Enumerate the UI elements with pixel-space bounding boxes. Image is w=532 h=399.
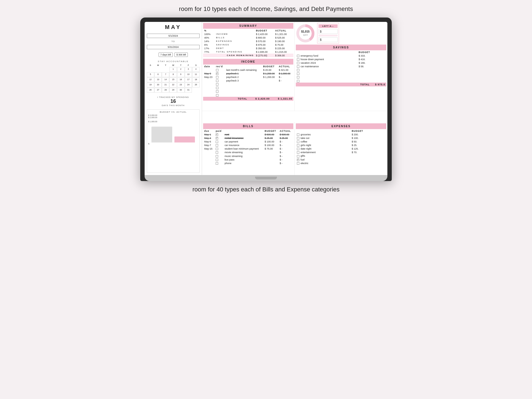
bills-budget-insurance: $ 25.00: [264, 136, 279, 140]
income-check-p1[interactable]: [216, 72, 218, 75]
savings-row-e4: [296, 79, 386, 83]
exp-check-entertainment[interactable]: [297, 151, 299, 154]
summary-pct-debt: 17%: [203, 46, 215, 50]
exp-check-girlsnight[interactable]: [297, 144, 299, 147]
income-label-p3: paycheck 3: [225, 79, 262, 82]
bva-title: BUDGET VS. ACTUAL: [148, 111, 198, 113]
bills-due-rent: May-1: [203, 133, 215, 136]
income-label-p2: paycheck 2: [225, 75, 262, 79]
exp-budget-groceries: $ 200.: [350, 133, 386, 136]
bills-actual-phone: $ -: [279, 161, 293, 165]
income-check-e4[interactable]: [216, 94, 218, 97]
left-panel: MAY 5/1/2024 TO 5/31/2024 7 days left $ …: [145, 22, 202, 175]
bills-due-car-pay: May-6: [203, 140, 215, 143]
income-label-lastmonth: last month's cash remaining: [225, 68, 262, 72]
expenses-row-entertainment: entertainment $ 70.: [296, 151, 386, 154]
bills-actual-rent: $ 500.00: [279, 133, 293, 136]
bills-paid-movie: [215, 151, 223, 154]
exp-check-coffee[interactable]: [297, 141, 299, 143]
income-budget-lastmonth: $ 20.00: [262, 68, 277, 72]
exp-check-datenight[interactable]: [297, 148, 299, 150]
bills-check-car-ins[interactable]: [216, 144, 218, 147]
bills-label-insurance: rental insurance: [223, 136, 264, 140]
income-budget-p1: $ 1,200.00: [262, 72, 277, 75]
bills-budget-rent: $ 500.00: [264, 133, 279, 136]
svg-text:$1,015: $1,015: [301, 30, 310, 33]
expenses-row-datenight: date night $ 125.: [296, 147, 386, 151]
summary-actual-income: $ 1,321.00: [274, 32, 293, 36]
cal-cell-27: 27: [154, 88, 162, 93]
savings-check-vacation[interactable]: [297, 62, 299, 64]
days-this-month-label: DAYS THIS MONTH: [147, 104, 200, 107]
summary-label-total: TOTAL SPENDING: [215, 50, 255, 54]
income-check-p2[interactable]: [216, 76, 218, 78]
exp-check-electric[interactable]: [297, 162, 299, 165]
bills-check-car-pay[interactable]: [216, 141, 218, 143]
income-actual-p2: $ -: [278, 75, 293, 79]
income-row-paycheck1: May-9 paycheck 1 $ 1,200.00 $ 1,000.00: [203, 72, 293, 75]
income-check-e3[interactable]: [216, 90, 218, 93]
expenses-row-takeout: take out $ 100.: [296, 136, 386, 140]
cal-header-s2: S: [192, 64, 200, 67]
income-check-e1[interactable]: [216, 83, 218, 86]
summary-budget-savings: $ 975.00: [255, 43, 274, 46]
cal-cell-empty3: [162, 67, 169, 72]
savings-check-e1[interactable]: [297, 69, 299, 71]
exp-check-fuel[interactable]: [297, 159, 299, 161]
savings-check-e3[interactable]: [297, 76, 299, 78]
savings-row-house: house down payment $ 416.: [296, 57, 386, 61]
exp-check-takeout[interactable]: [297, 137, 299, 139]
bills-col-due: due: [203, 129, 215, 133]
bills-check-insurance[interactable]: [216, 137, 218, 139]
income-check-e2[interactable]: [216, 87, 218, 89]
savings-check-e2[interactable]: [297, 72, 299, 75]
calendar-grid: S M T W T F S 1♡ 2♡: [147, 64, 200, 93]
bills-check-rent[interactable]: [216, 133, 218, 136]
bills-paid-car-pay: [215, 140, 223, 143]
summary-table: % BUDGET ACTUAL 100% INCOME $ 2,420.00: [203, 29, 293, 57]
exp-check-gifts[interactable]: [297, 155, 299, 158]
bills-check-movie[interactable]: [216, 151, 218, 154]
cal-cell-4: 4♡: [192, 67, 200, 72]
summary-actual-total: $ 1,015.00: [274, 50, 293, 54]
income-check-p3[interactable]: [216, 80, 218, 82]
summary-row-cash: CASH REMAINING $ (275.00) $ 306.00: [203, 54, 293, 57]
cal-header-w: W: [169, 64, 177, 67]
bills-check-phone[interactable]: [216, 162, 218, 165]
summary-row-expenses: 14% EXPENSES $ 570.00 $ 190.00: [203, 39, 293, 43]
summary-pct-expenses: 14%: [203, 39, 215, 43]
summary-label-bills: BILLS: [215, 36, 255, 39]
cal-cell-26: 26: [147, 88, 154, 93]
expenses-table: BUDGET groceries $ 200. take out $ 100.: [296, 129, 386, 165]
bva-y0: $-: [148, 143, 198, 145]
savings-check-emergency[interactable]: [297, 55, 299, 57]
bills-check-music[interactable]: [216, 155, 218, 158]
exp-check-groceries[interactable]: [297, 133, 299, 136]
summary-actual-savings: $ 75.00: [274, 43, 293, 46]
income-header: INCOME: [203, 59, 293, 65]
cal-header-s1: S: [147, 64, 154, 67]
exp-budget-takeout: $ 100.: [350, 136, 386, 140]
bills-check-student[interactable]: [216, 148, 218, 150]
income-section: INCOME date rec'd BUDGET ACTUAL: [203, 59, 293, 101]
savings-check-e4[interactable]: [297, 80, 299, 82]
summary-budget-debt: $ 350.00: [255, 46, 274, 50]
cal-cell-10: 10♡: [185, 72, 192, 77]
start-date: 5/1/2024: [147, 34, 200, 38]
bills-actual-movie: $ -: [279, 151, 293, 154]
bills-col-paid: paid: [215, 129, 223, 133]
savings-check-house[interactable]: [297, 58, 299, 61]
bva-bars: [148, 125, 198, 142]
savings-budget-house: $ 416.: [358, 57, 386, 61]
bills-label-music: music streaming: [223, 154, 264, 158]
savings-budget-car: $ 58.: [358, 65, 386, 68]
savings-row-emergency: emergency fund $ 333.: [296, 54, 386, 57]
income-total-actual: $ 1,321.00: [278, 97, 292, 100]
income-check-lastmonth[interactable]: [216, 69, 218, 71]
bills-col-actual: ACTUAL: [279, 129, 293, 133]
cal-cell-29: 29: [169, 88, 177, 93]
summary-row-income: 100% INCOME $ 2,420.00 $ 1,321.00: [203, 32, 293, 36]
bills-check-bus[interactable]: [216, 159, 218, 161]
savings-check-car[interactable]: [297, 65, 299, 68]
exp-budget-girlsnight: $ 25.: [350, 144, 386, 147]
